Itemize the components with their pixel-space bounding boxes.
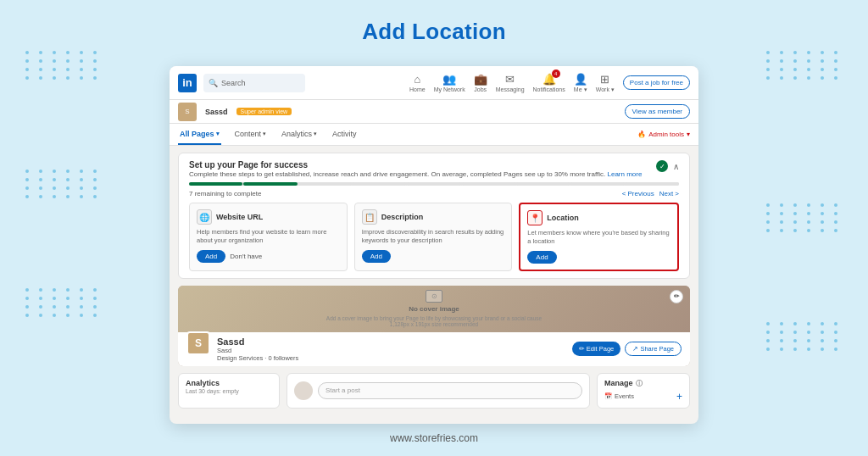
page-title: Add Location [0, 0, 868, 45]
complete-checkmark-icon: ✓ [656, 160, 668, 172]
setup-item-location: 📍 Location Let members know where you're… [519, 203, 679, 271]
analytics-card: Analytics Last 30 days: empty [178, 373, 280, 409]
tab-all-pages[interactable]: All Pages ▾ [178, 124, 221, 145]
dots-decoration-br [766, 322, 843, 351]
analytics-title: Analytics [186, 379, 272, 387]
linkedin-mockup: in 🔍 Search ⌂ Home 👥 My Network 💼 Jobs ✉… [170, 66, 698, 424]
setup-item-desc-header: 📋 Description [362, 209, 505, 225]
setup-item-website-actions: Add Don't have [197, 250, 340, 263]
nav-messaging[interactable]: ✉ Messaging [496, 73, 525, 92]
prev-button[interactable]: < Previous [622, 190, 654, 197]
progress-segment-1 [189, 182, 242, 186]
main-content: Set up your Page for success Complete th… [170, 146, 698, 415]
add-icon[interactable]: + [676, 391, 682, 403]
nav-home-label: Home [409, 86, 426, 92]
next-button[interactable]: Next > [659, 190, 679, 197]
page-subnav: S Sassd Super admin view View as member [170, 100, 698, 124]
nav-me-label: Me ▾ [574, 86, 587, 93]
nav-notifications[interactable]: 🔔 Notifications [533, 73, 565, 92]
post-job-button[interactable]: Post a job for free [623, 75, 690, 90]
website-dont-have-button[interactable]: Don't have [230, 253, 262, 260]
nav-network[interactable]: 👥 My Network [434, 73, 465, 92]
tab-content[interactable]: Content ▾ [233, 124, 269, 145]
profile-action-buttons: ✏ Edit Page ↗ Share Page [572, 342, 682, 356]
profile-info-bar: S Sassd Sasd Design Services · 0 followe… [178, 332, 690, 366]
footer-domain: www.storefries.com [0, 432, 868, 444]
tab-activity-label: Activity [332, 130, 357, 138]
setup-item-location-desc: Let members know where you're based by s… [527, 229, 670, 246]
tab-content-label: Content [235, 130, 262, 138]
progress-segment-7 [516, 182, 570, 186]
setup-items-list: 🌐 Website URL Help members find your web… [189, 203, 679, 271]
company-tagline: Sasd [217, 347, 298, 354]
progress-segment-2 [243, 182, 297, 186]
bottom-row: Analytics Last 30 days: empty Start a po… [178, 373, 690, 409]
flame-icon: 🔥 [637, 131, 646, 138]
nav-network-label: My Network [434, 86, 465, 92]
manage-card: Manage ⓘ 📅 Events + [597, 373, 690, 409]
nav-home[interactable]: ⌂ Home [409, 73, 426, 92]
setup-title: Set up your Page for success [189, 160, 642, 170]
tab-activity[interactable]: Activity [331, 124, 359, 145]
admin-tools-label: Admin tools [648, 131, 684, 138]
setup-item-location-actions: Add [527, 251, 670, 264]
network-icon: 👥 [442, 73, 456, 86]
setup-item-website-title: Website URL [216, 213, 263, 221]
linkedin-topnav: in 🔍 Search ⌂ Home 👥 My Network 💼 Jobs ✉… [170, 66, 698, 100]
dots-decoration-tl [25, 51, 102, 80]
nav-notifications-label: Notifications [533, 86, 565, 92]
nav-jobs[interactable]: 💼 Jobs [474, 73, 487, 92]
website-icon: 🌐 [197, 209, 212, 225]
setup-item-website-desc: Help members find your website to learn … [197, 228, 340, 245]
website-add-button[interactable]: Add [197, 250, 225, 263]
me-icon: 👤 [574, 73, 587, 86]
page-logo: S [178, 103, 197, 121]
cover-edit-button[interactable]: ✏ [670, 290, 683, 303]
company-followers: Design Services · 0 followers [217, 354, 298, 362]
setup-desc: Complete these steps to get established,… [189, 170, 642, 178]
home-icon: ⌂ [414, 73, 420, 86]
start-post-input[interactable]: Start a post [318, 382, 582, 399]
chevron-down-icon: ▾ [314, 131, 317, 137]
progress-segment-5 [407, 182, 460, 186]
nav-work[interactable]: ⊞ Work ▾ [596, 73, 615, 93]
location-add-button[interactable]: Add [527, 251, 556, 264]
info-icon: ⓘ [636, 379, 643, 388]
dots-decoration-mr [766, 203, 843, 232]
tab-analytics-label: Analytics [281, 130, 312, 138]
nav-me[interactable]: 👤 Me ▾ [574, 73, 587, 93]
cover-hint-text: Add a cover image to bring your Page to … [326, 315, 542, 327]
search-box[interactable]: 🔍 Search [203, 74, 305, 92]
manage-events-item[interactable]: 📅 Events + [604, 391, 682, 403]
setup-item-location-title: Location [547, 214, 579, 222]
cover-image-area: No cover image Add a cover image to brin… [178, 286, 690, 332]
progress-segment-3 [298, 182, 352, 186]
nav-work-label: Work ▾ [596, 86, 615, 93]
collapse-icon[interactable]: ∧ [673, 162, 679, 171]
progress-segment-4 [353, 182, 406, 186]
search-placeholder: Search [221, 79, 246, 87]
company-name: Sassd [217, 336, 298, 347]
profile-text-block: Sassd Sasd Design Services · 0 followers [217, 336, 298, 362]
manage-title: Manage ⓘ [604, 379, 682, 388]
remaining-count-label: 7 remaining to complete [189, 190, 261, 197]
setup-item-desc-title: Description [381, 213, 424, 221]
edit-page-button[interactable]: ✏ Edit Page [572, 342, 621, 356]
nav-messaging-label: Messaging [496, 86, 525, 92]
camera-icon [426, 290, 442, 303]
description-add-button[interactable]: Add [362, 250, 391, 263]
calendar-icon: 📅 [604, 392, 612, 400]
tab-analytics[interactable]: Analytics ▾ [280, 124, 319, 145]
setup-item-description: 📋 Description Improve discoverability in… [354, 203, 513, 271]
learn-more-link[interactable]: Learn more [608, 170, 643, 178]
location-icon: 📍 [527, 210, 542, 225]
profile-section: No cover image Add a cover image to brin… [178, 286, 690, 366]
notifications-icon: 🔔 [542, 73, 556, 86]
view-as-member-button[interactable]: View as member [625, 104, 690, 119]
admin-tools[interactable]: 🔥 Admin tools ▾ [637, 131, 690, 138]
setup-item-desc-text: Improve discoverability in search result… [362, 228, 505, 245]
share-page-button[interactable]: ↗ Share Page [625, 342, 682, 356]
setup-item-website: 🌐 Website URL Help members find your web… [189, 203, 348, 271]
manage-events-label: Events [615, 392, 634, 400]
jobs-icon: 💼 [474, 73, 487, 86]
